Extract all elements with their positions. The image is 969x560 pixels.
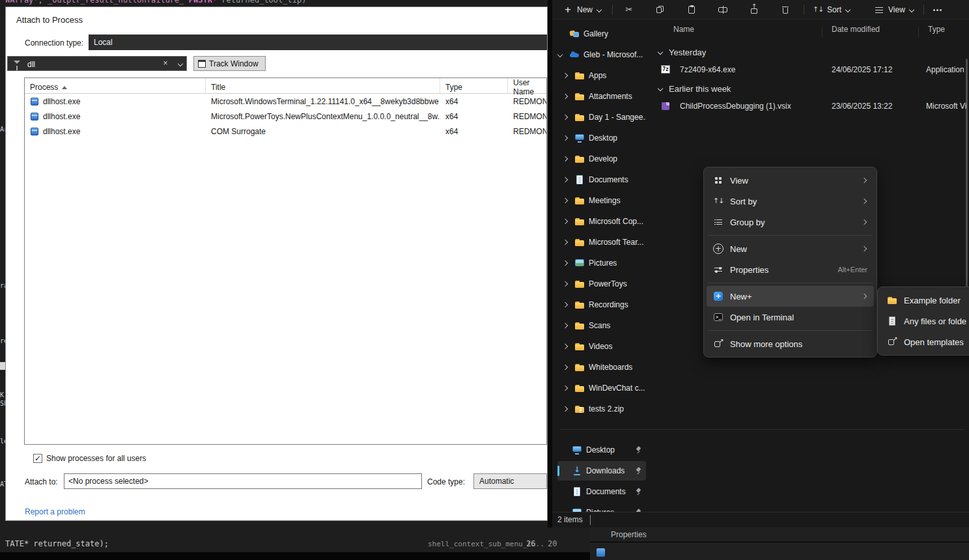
desktop-icon — [572, 445, 582, 455]
properties-panel: Properties — [590, 527, 969, 560]
column-header-type[interactable]: Type — [928, 25, 945, 40]
sidebar-item-downloads-pinned[interactable]: Downloads — [557, 461, 646, 481]
show-all-users-checkbox[interactable] — [33, 454, 42, 463]
menu-item-sort-by[interactable]: Sort by — [707, 191, 874, 212]
menu-item-new-plus[interactable]: New+ — [707, 286, 874, 307]
process-row[interactable]: dllhost.exe Microsoft.PowerToys.NewPlusC… — [25, 109, 546, 124]
process-row[interactable]: dllhost.exe COM Surrogate x64 REDMOND — [25, 124, 546, 139]
tree-chevron-icon[interactable] — [563, 94, 572, 100]
sidebar-item-microsoft-cop[interactable]: Microsoft Cop... — [560, 212, 649, 231]
tree-chevron-icon[interactable] — [563, 156, 572, 162]
folder-icon — [574, 112, 585, 122]
codelens-col-count[interactable]: 20 — [548, 539, 557, 548]
report-problem-link[interactable]: Report a problem — [25, 507, 85, 516]
submenu-item-example-folder[interactable]: Example folder — [880, 290, 969, 311]
column-header-type[interactable]: Type — [440, 78, 508, 93]
folder-icon — [574, 279, 585, 289]
code-fragment: Sh — [0, 400, 5, 407]
document-icon — [572, 486, 582, 497]
menu-item-view[interactable]: View — [707, 170, 874, 191]
bottom-black-strip — [0, 552, 590, 560]
cut-button[interactable] — [615, 2, 643, 18]
sidebar-item-pictures[interactable]: Pictures — [560, 253, 649, 273]
tree-chevron-icon[interactable] — [557, 31, 567, 37]
column-header-name[interactable]: Name — [673, 25, 694, 40]
connection-type-combobox[interactable]: Local — [89, 35, 547, 50]
sidebar-item-desktop-pinned[interactable]: Desktop — [557, 440, 646, 460]
code-fragment: le — [0, 438, 5, 445]
column-divider[interactable] — [822, 27, 822, 37]
sidebar-item-documents[interactable]: Documents — [560, 170, 649, 189]
sidebar-item-powertoys[interactable]: PowerToys — [560, 274, 649, 294]
column-divider[interactable] — [918, 27, 919, 37]
code-segment: PWSTR* — [189, 0, 217, 5]
sidebar-item-microsoft-tear[interactable]: Microsoft Tear... — [560, 232, 649, 252]
sidebar-item-attachments[interactable]: Attachments — [560, 87, 649, 106]
group-header-earlier-this-week[interactable]: Earlier this week — [658, 81, 731, 96]
menu-item-properties[interactable]: Properties Alt+Enter — [707, 259, 874, 280]
menu-item-group-by[interactable]: Group by — [707, 212, 874, 232]
process-filter-input[interactable] — [26, 57, 152, 72]
folder-icon — [574, 216, 585, 227]
tree-chevron-icon[interactable] — [563, 344, 572, 350]
menu-item-show-more-options[interactable]: Show more options — [707, 333, 874, 354]
code-type-combobox[interactable]: Automatic — [473, 473, 547, 489]
sidebar-item-recordings[interactable]: Recordings — [560, 295, 649, 315]
menu-separator — [708, 235, 873, 236]
pin-icon — [635, 447, 642, 454]
sidebar-item-windevchat[interactable]: WinDevChat c... — [560, 378, 649, 398]
track-window-button[interactable]: Track Window — [193, 56, 266, 71]
group-by-icon — [713, 217, 723, 227]
sidebar-item-meetings[interactable]: Meetings — [560, 191, 649, 210]
filter-dropdown-icon[interactable] — [178, 61, 184, 67]
sidebar-item-apps[interactable]: Apps — [560, 66, 649, 85]
sidebar-item-desktop[interactable]: Desktop — [560, 128, 649, 148]
submenu-item-open-templates[interactable]: Open templates — [880, 331, 969, 352]
attach-to-field[interactable] — [64, 473, 422, 489]
new-button[interactable]: New — [557, 2, 608, 18]
file-icon — [887, 316, 897, 326]
tree-chevron-icon[interactable] — [563, 198, 572, 204]
tree-chevron-icon[interactable] — [563, 365, 572, 371]
submenu-item-any-files[interactable]: Any files or folde — [880, 311, 969, 331]
tree-chevron-icon[interactable] — [563, 406, 572, 412]
7zip-file-icon — [660, 64, 671, 75]
file-row[interactable]: ChildProcessDebugging (1).vsix 23/06/202… — [651, 98, 969, 115]
tree-chevron-icon[interactable] — [563, 219, 572, 225]
menu-item-new[interactable]: New — [707, 238, 874, 259]
process-row[interactable]: dllhost.exe Microsoft.WindowsTerminal_1.… — [25, 94, 546, 109]
column-header-date[interactable]: Date modified — [832, 25, 880, 40]
attach-to-label: Attach to: — [25, 477, 58, 486]
tree-chevron-icon[interactable] — [563, 73, 572, 79]
sidebar-item-documents-pinned[interactable]: Documents — [557, 482, 646, 501]
tree-chevron-icon[interactable] — [563, 135, 572, 141]
sidebar-item-tests-zip[interactable]: tests 2.zip — [560, 399, 649, 419]
group-header-yesterday[interactable]: Yesterday — [658, 44, 706, 60]
sidebar-item-day1[interactable]: Day 1 - Sangee... — [560, 107, 649, 127]
sidebar-item-gallery[interactable]: Gallery — [555, 24, 649, 44]
clear-filter-icon[interactable] — [160, 58, 171, 68]
sidebar-item-scans[interactable]: Scans — [560, 316, 649, 335]
chevron-down-icon[interactable] — [658, 86, 664, 92]
column-header-process[interactable]: Process — [25, 78, 206, 93]
chevron-down-icon[interactable] — [658, 49, 664, 55]
tree-chevron-icon[interactable] — [563, 323, 572, 329]
sidebar-item-develop[interactable]: Develop — [560, 149, 649, 169]
file-row[interactable]: 7z2409-x64.exe 24/06/2025 17:12 Applicat… — [651, 61, 969, 78]
tree-chevron-icon[interactable] — [563, 177, 572, 183]
tree-chevron-icon[interactable] — [563, 115, 572, 120]
tree-chevron-icon[interactable] — [563, 302, 572, 308]
tree-chevron-icon[interactable] — [563, 260, 572, 266]
sidebar-item-onedrive-root[interactable]: Gleb - Microsof... — [555, 45, 649, 64]
column-header-username[interactable]: User Name — [508, 78, 546, 93]
tree-chevron-icon[interactable] — [563, 240, 572, 245]
codelens-ref-count[interactable]: 26 — [526, 539, 535, 548]
sidebar-item-videos[interactable]: Videos — [560, 337, 649, 356]
column-header-title[interactable]: Title — [206, 78, 440, 93]
menu-item-open-in-terminal[interactable]: Open in Terminal — [707, 307, 874, 328]
menu-separator — [708, 283, 873, 283]
tree-chevron-icon[interactable] — [563, 385, 572, 391]
tree-chevron-icon[interactable] — [563, 281, 572, 287]
tree-chevron-icon[interactable] — [557, 52, 567, 58]
sidebar-item-whiteboards[interactable]: Whiteboards — [560, 357, 649, 377]
